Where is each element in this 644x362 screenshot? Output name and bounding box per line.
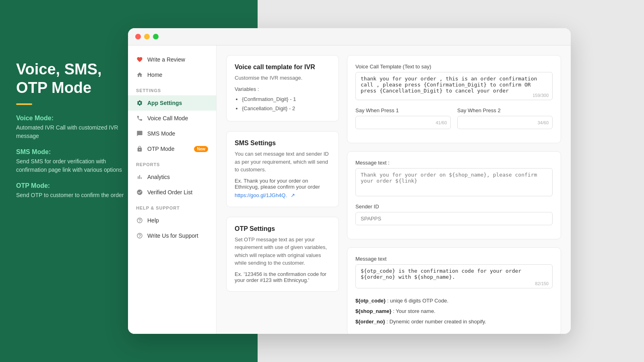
voice-section-title: Voice call template for IVR	[235, 64, 330, 71]
sms-sender-group: Sender ID	[355, 204, 553, 225]
voice-press1-group: Say When Press 1 thank you , your order …	[355, 107, 451, 129]
sidebar-item-otp-mode[interactable]: OTP Mode New	[128, 141, 216, 156]
voice-mode-desc: Automated IVR Call with customized IVR m…	[16, 123, 129, 140]
voice-press-row: Say When Press 1 thank you , your order …	[355, 107, 553, 135]
voice-template-input[interactable]: thank you for your order , this is an or…	[355, 72, 553, 100]
dot-green[interactable]	[153, 34, 159, 39]
sms-mode-desc: Send SMS for order verification with con…	[16, 157, 129, 174]
sidebar-label-app-settings: App Settings	[147, 100, 182, 106]
otp-section-desc: OTP Settings Set OTP message text as per…	[226, 217, 339, 292]
sms-example-text: Ex. Thank you for your order on Ethnicyu…	[235, 178, 330, 190]
sms-example-link[interactable]: https://goo.gl/1JGh4Q.	[235, 192, 287, 198]
voice-press2-group: Say When Press 2 ok , your order has bee…	[457, 107, 553, 129]
sms-message-input[interactable]	[355, 168, 553, 196]
sidebar-item-voice-call-mode[interactable]: Voice Call Mode	[128, 111, 216, 126]
voice-mode-title: Voice Mode:	[16, 115, 129, 122]
sidebar-item-verified-order-list[interactable]: Verified Order List	[128, 185, 216, 200]
voice-form-card: Voice Call Template (Text to say) thank …	[347, 55, 561, 143]
title-bar	[128, 28, 571, 45]
otp-example-text: Ex. '123456 is the confirmation code for…	[235, 271, 330, 283]
lock-icon	[136, 145, 143, 152]
sidebar-item-analytics[interactable]: Analytics	[128, 169, 216, 185]
voice-press1-label: Say When Press 1	[355, 107, 451, 113]
voice-template-char-count: 159/300	[533, 93, 549, 98]
sidebar: Write a Review Home SETTINGS App Setting…	[128, 45, 217, 334]
voice-variables-list: {Confirmation_Digit} - 1 {Cancellation_D…	[235, 95, 330, 113]
sms-message-group: Message text :	[355, 160, 553, 198]
voice-variable-1: {Confirmation_Digit} - 1	[242, 95, 330, 104]
sidebar-label-write-support: Write Us for Support	[147, 232, 198, 239]
voice-press2-char-count: 34/60	[537, 120, 549, 125]
sms-section-desc: SMS Settings You can set message text an…	[226, 131, 339, 207]
sidebar-item-app-settings[interactable]: App Settings	[128, 95, 216, 111]
otp-message-label: Message text	[355, 256, 553, 262]
sidebar-item-write-support[interactable]: Write Us for Support	[128, 228, 216, 243]
sidebar-label-analytics: Analytics	[147, 174, 170, 180]
sms-section-title: SMS Settings	[235, 140, 330, 147]
voice-template-input-wrapper: thank you for your order , this is an or…	[355, 72, 553, 102]
question-icon	[136, 217, 143, 224]
otp-form-card: Message text ${otp_code} is the confirma…	[347, 247, 561, 334]
otp-message-group: Message text ${otp_code} is the confirma…	[355, 256, 553, 290]
otp-mode-block: OTP Mode: Send OTP to customer to confir…	[16, 182, 129, 200]
heart-icon	[136, 56, 143, 63]
bar-chart-icon	[136, 173, 143, 181]
app-window: Write a Review Home SETTINGS App Setting…	[128, 28, 571, 334]
sms-mode-block: SMS Mode: Send SMS for order verificatio…	[16, 148, 129, 174]
voice-press2-wrapper: ok , your order has been cancelled 34/60	[457, 116, 553, 129]
sms-sender-label: Sender ID	[355, 204, 553, 210]
sidebar-label-verified-order-list: Verified Order List	[147, 189, 192, 195]
sidebar-item-write-review[interactable]: Write a Review	[128, 52, 216, 67]
otp-message-input[interactable]: ${otp_code} is the confirmation code for…	[355, 264, 553, 288]
sidebar-label-sms-mode: SMS Mode	[147, 130, 175, 137]
sms-icon	[136, 130, 143, 137]
otp-char-count: 82/150	[535, 281, 549, 286]
app-body: Write a Review Home SETTINGS App Setting…	[128, 45, 571, 334]
sidebar-item-home[interactable]: Home	[128, 67, 216, 82]
sidebar-label-otp-mode: OTP Mode	[147, 146, 174, 152]
otp-var-1-name: ${otp_code}	[355, 298, 386, 304]
otp-message-wrapper: ${otp_code} is the confirmation code for…	[355, 264, 553, 290]
sidebar-label-voice-call-mode: Voice Call Mode	[147, 115, 188, 121]
voice-section-subtitle: Customise the IVR message.	[235, 74, 330, 82]
voice-template-group: Voice Call Template (Text to say) thank …	[355, 64, 553, 102]
right-column: Voice Call Template (Text to say) thank …	[347, 55, 561, 324]
otp-var-2-name: ${shop_name}	[355, 308, 392, 314]
dot-red[interactable]	[135, 34, 141, 39]
otp-var-3-desc: : Dynemic order number created in shopif…	[386, 319, 486, 325]
otp-var-3-name: ${order_no}	[355, 319, 385, 325]
sms-message-label: Message text :	[355, 160, 553, 166]
title-divider	[16, 103, 32, 105]
main-content: Voice call template for IVR Customise th…	[217, 45, 571, 334]
sidebar-item-sms-mode[interactable]: SMS Mode	[128, 126, 216, 141]
dot-yellow[interactable]	[144, 34, 150, 39]
voice-press1-char-count: 41/60	[436, 120, 447, 125]
sidebar-label-write-review: Write a Review	[147, 56, 185, 63]
otp-variables-list: ${otp_code} : uniqe 6 digits OTP Code. $…	[355, 296, 553, 327]
otp-mode-desc: Send OTP to customer to confirm the orde…	[16, 191, 129, 200]
otp-var-2-desc: : Your store name.	[393, 308, 436, 314]
home-icon	[136, 71, 143, 78]
external-link-icon: ↗	[291, 192, 295, 198]
sidebar-section-reports: REPORTS	[128, 156, 216, 169]
sms-form-card: Message text : Sender ID	[347, 151, 561, 239]
otp-var-2: ${shop_name} : Your store name.	[355, 306, 553, 317]
sidebar-item-help[interactable]: Help	[128, 213, 216, 228]
voice-press1-wrapper: thank you , your order has been confirm …	[355, 116, 451, 129]
check-circle-icon	[136, 189, 143, 196]
voice-variables-label: Variables :	[235, 86, 330, 92]
otp-new-badge: New	[194, 146, 208, 152]
sms-mode-title: SMS Mode:	[16, 148, 129, 156]
question-circle-icon	[136, 232, 143, 239]
sidebar-label-home: Home	[147, 72, 162, 78]
otp-mode-title: OTP Mode:	[16, 182, 129, 189]
sidebar-section-help: HELP & SUPPORT	[128, 200, 216, 213]
left-panel: Voice, SMS, OTP Mode Voice Mode: Automat…	[16, 60, 129, 208]
sms-sender-input[interactable]	[355, 212, 553, 225]
voice-section-desc: Voice call template for IVR Customise th…	[226, 55, 339, 121]
otp-var-3: ${order_no} : Dynemic order number creat…	[355, 317, 553, 327]
sidebar-label-help: Help	[147, 217, 159, 224]
otp-var-1-desc: : uniqe 6 digits OTP Code.	[387, 298, 448, 304]
left-panel-title: Voice, SMS, OTP Mode	[16, 60, 129, 97]
otp-section-subtitle: Set OTP message text as per your require…	[235, 236, 330, 267]
